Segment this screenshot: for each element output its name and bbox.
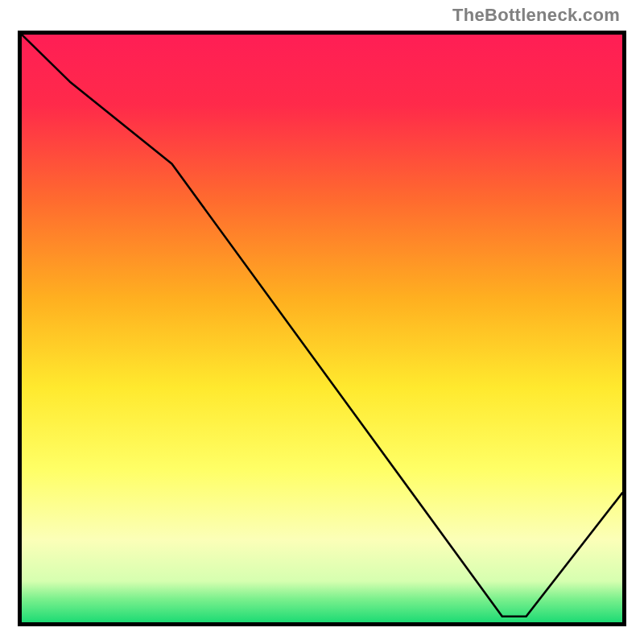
plot-area — [18, 31, 626, 626]
chart-container: TheBottleneck.com — [0, 0, 644, 644]
bottleneck-curve — [22, 35, 622, 617]
data-line-layer — [22, 35, 622, 622]
watermark-text: TheBottleneck.com — [452, 5, 620, 26]
